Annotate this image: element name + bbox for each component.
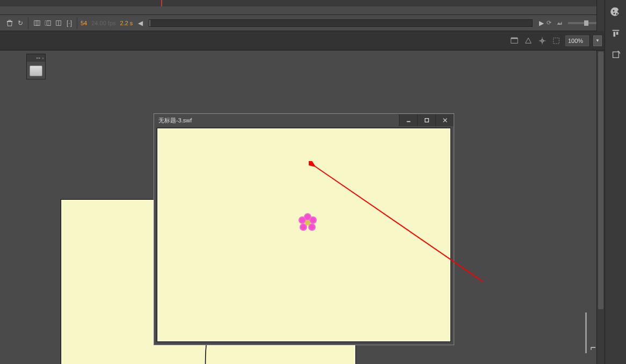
timeline-toolbar: ↻ [·] 54 24.00 fps 2.2 s ◀ ▶ ⟳ bbox=[0, 15, 626, 31]
edit-multiple-icon[interactable] bbox=[54, 19, 63, 27]
minimize-button[interactable] bbox=[399, 114, 417, 126]
svg-rect-6 bbox=[511, 38, 518, 43]
zoom-slider-thumb[interactable] bbox=[584, 20, 588, 26]
swf-window-title: 无标题-3.swf bbox=[158, 117, 192, 125]
playhead-marker[interactable] bbox=[161, 0, 162, 6]
maximize-button[interactable] bbox=[417, 114, 435, 126]
svg-point-32 bbox=[305, 214, 310, 220]
vertical-guide-icon bbox=[585, 312, 587, 353]
svg-point-36 bbox=[300, 217, 305, 223]
markers-icon[interactable]: [·] bbox=[65, 19, 74, 27]
timeline-area bbox=[0, 0, 626, 15]
scrubber-prev-icon[interactable]: ◀ bbox=[136, 19, 144, 27]
svg-rect-45 bbox=[616, 32, 618, 34]
fps-display: 24.00 fps bbox=[90, 20, 117, 26]
svg-point-42 bbox=[616, 13, 617, 15]
svg-rect-11 bbox=[554, 38, 559, 43]
elapsed-time-display: 2.2 s bbox=[118, 20, 135, 26]
keyboard-icon[interactable] bbox=[30, 65, 42, 76]
scrollbar-thumb[interactable] bbox=[598, 52, 603, 309]
current-frame-display: 54 bbox=[78, 20, 89, 26]
stage-workspace: 无标题-3.swf bbox=[0, 50, 601, 364]
svg-point-34 bbox=[309, 224, 315, 230]
swf-preview-window: 无标题-3.swf bbox=[154, 113, 454, 345]
zoom-dropdown-button[interactable]: ▼ bbox=[593, 35, 602, 46]
loop-icon[interactable]: ↻ bbox=[16, 19, 25, 27]
floating-overlay-panel[interactable]: ▸▸ × bbox=[26, 54, 46, 79]
align-panel-icon[interactable] bbox=[608, 26, 623, 41]
timeline-scrubber[interactable] bbox=[149, 19, 533, 27]
timeline-ruler[interactable] bbox=[0, 0, 596, 6]
onion-outline-icon[interactable] bbox=[43, 19, 52, 27]
svg-point-33 bbox=[310, 217, 316, 223]
svg-rect-24 bbox=[425, 119, 428, 122]
transform-panel-icon[interactable] bbox=[608, 47, 623, 62]
svg-point-41 bbox=[613, 13, 615, 14]
svg-point-40 bbox=[613, 10, 614, 12]
symbol-edit-icon[interactable] bbox=[523, 36, 533, 46]
workspace-vertical-scrollbar[interactable] bbox=[596, 50, 605, 364]
scene-icon[interactable] bbox=[509, 36, 519, 46]
right-panel-dock bbox=[605, 0, 626, 364]
stage-toolbar: 100% ▼ bbox=[0, 31, 626, 50]
corner-bracket-icon: ⌐ bbox=[590, 342, 596, 353]
timeline-scrollbar[interactable] bbox=[596, 0, 605, 31]
svg-rect-7 bbox=[511, 37, 518, 39]
mountain-small-icon[interactable] bbox=[555, 19, 564, 27]
swf-titlebar[interactable]: 无标题-3.swf bbox=[154, 114, 454, 127]
loop-playback-icon[interactable]: ⟳ bbox=[547, 19, 554, 27]
panel-collapse-icon[interactable]: ▸▸ bbox=[37, 56, 41, 60]
trash-icon[interactable] bbox=[5, 19, 14, 27]
flower-graphic-preview bbox=[298, 213, 317, 232]
zoom-level-display[interactable]: 100% bbox=[565, 35, 589, 46]
palette-icon[interactable] bbox=[608, 4, 623, 19]
center-stage-icon[interactable] bbox=[537, 36, 547, 46]
svg-rect-46 bbox=[613, 52, 618, 58]
svg-point-37 bbox=[305, 220, 310, 225]
panel-close-icon[interactable]: × bbox=[42, 56, 44, 60]
scrubber-next-icon[interactable]: ▶ bbox=[537, 19, 545, 27]
dimension-indicators: ⌐ bbox=[585, 312, 596, 353]
swf-content-area bbox=[157, 128, 451, 342]
clip-stage-icon[interactable] bbox=[551, 36, 561, 46]
svg-rect-44 bbox=[613, 32, 615, 37]
svg-point-35 bbox=[301, 224, 306, 230]
onion-skin-icon[interactable] bbox=[33, 19, 41, 27]
close-button[interactable] bbox=[435, 114, 454, 126]
